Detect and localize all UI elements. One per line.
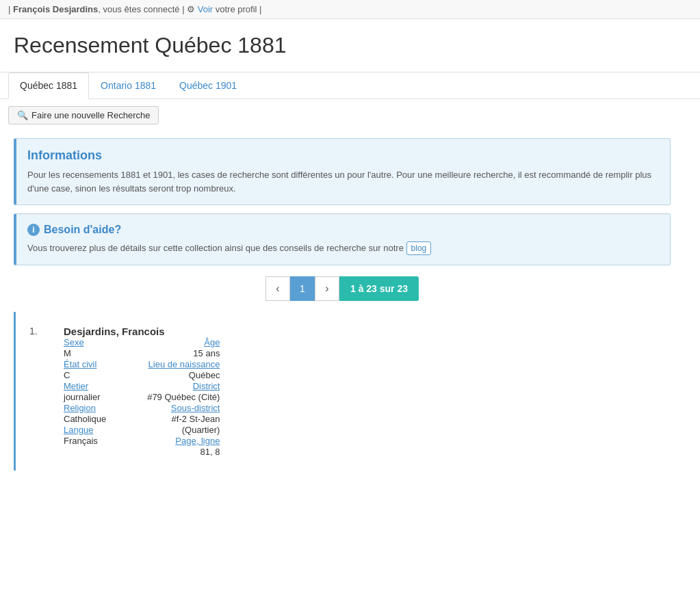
search-icon: 🔍 <box>17 110 28 120</box>
field-value-age: 15 ans <box>147 348 220 358</box>
profil-text: votre profil | <box>216 4 262 14</box>
tabs-bar: Québec 1881 Ontario 1881 Québec 1901 <box>0 73 700 99</box>
field-value-langue: Français <box>64 436 106 446</box>
help-box: i Besoin d'aide? Vous trouverez plus de … <box>14 213 671 265</box>
pagination: ‹ 1 › 1 à 23 sur 23 <box>14 276 671 301</box>
info-circle-icon: i <box>27 224 40 236</box>
connected-text: , vous êtes connecté | <box>98 4 184 14</box>
blog-link[interactable]: blog <box>406 241 432 255</box>
field-value-lieu-naissance: Québec <box>147 370 220 380</box>
voir-profil-link[interactable]: Voir <box>198 4 213 14</box>
field-value-quartier: (Quartier) <box>147 425 220 435</box>
field-label-page-ligne[interactable]: Page, ligne <box>147 436 220 446</box>
page-count: 1 à 23 sur 23 <box>339 276 419 301</box>
result-body: Sexe M État civil C Metier journalier Re… <box>64 337 220 457</box>
field-label-etat-civil[interactable]: État civil <box>64 359 106 369</box>
main-content: Informations Pour les recensements 1881 … <box>0 131 684 484</box>
tab-ontario-1881[interactable]: Ontario 1881 <box>89 73 168 98</box>
table-row: 1. Desjardins, Francois Sexe M État civi… <box>29 319 671 464</box>
tab-quebec-1881[interactable]: Québec 1881 <box>8 73 89 99</box>
field-label-sexe[interactable]: Sexe <box>64 337 106 347</box>
info-title: Informations <box>27 148 659 163</box>
result-name: Desjardins, Francois <box>64 326 220 337</box>
info-text: Pour les recensements 1881 et 1901, les … <box>27 168 659 195</box>
field-value-sexe: M <box>64 348 106 358</box>
top-bar: | François Desjardins, vous êtes connect… <box>0 0 700 19</box>
next-page-button[interactable]: › <box>315 276 339 301</box>
page-header: Recensement Québec 1881 <box>0 19 700 73</box>
field-value-page-ligne: 81, 8 <box>147 447 220 457</box>
user-name: François Desjardins <box>13 4 98 14</box>
result-content: Desjardins, Francois Sexe M État civil C… <box>64 326 220 457</box>
prev-page-button[interactable]: ‹ <box>265 276 290 301</box>
field-label-age[interactable]: Âge <box>147 337 220 347</box>
field-label-metier[interactable]: Metier <box>64 381 106 391</box>
tab-quebec-1901[interactable]: Québec 1901 <box>168 73 248 98</box>
field-value-etat-civil: C <box>64 370 106 380</box>
field-value-sous-district: #f-2 St-Jean <box>147 414 220 424</box>
search-bar: 🔍 Faire une nouvelle Recherche <box>0 99 700 131</box>
help-text: Vous trouverez plus de détails sur cette… <box>27 241 659 255</box>
help-title: i Besoin d'aide? <box>27 224 659 236</box>
page-1-button[interactable]: 1 <box>290 276 315 301</box>
field-value-district: #79 Québec (Cité) <box>147 392 220 402</box>
info-box: Informations Pour les recensements 1881 … <box>14 138 671 205</box>
left-column: Sexe M État civil C Metier journalier Re… <box>64 337 106 457</box>
page-title: Recensement Québec 1881 <box>14 33 686 58</box>
field-label-district[interactable]: District <box>147 381 220 391</box>
result-number: 1. <box>29 326 50 457</box>
field-label-langue[interactable]: Langue <box>64 425 106 435</box>
right-column: Âge 15 ans Lieu de naissance Québec Dist… <box>147 337 220 457</box>
new-search-button[interactable]: 🔍 Faire une nouvelle Recherche <box>8 106 159 124</box>
field-value-religion: Catholique <box>64 414 106 424</box>
field-label-sous-district[interactable]: Sous-district <box>147 403 220 413</box>
field-label-religion[interactable]: Religion <box>64 403 106 413</box>
field-label-lieu-naissance[interactable]: Lieu de naissance <box>147 359 220 369</box>
results-container: 1. Desjardins, Francois Sexe M État civi… <box>14 312 671 471</box>
field-value-metier: journalier <box>64 392 106 402</box>
